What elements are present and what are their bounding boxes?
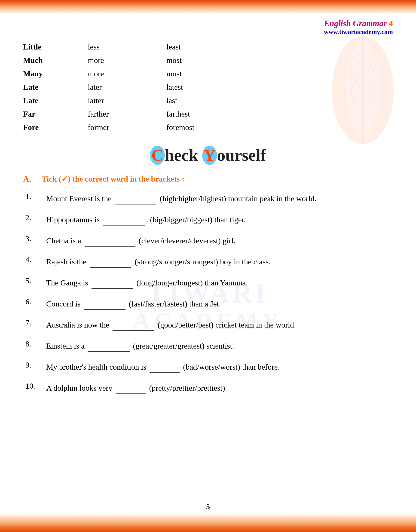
page-content: English Grammar 4 www.tiwariacademy.com …	[0, 14, 416, 513]
question-text: Hippopotamus is . (big/bigger/biggest) t…	[46, 213, 393, 225]
comparative-word: less	[88, 43, 166, 51]
table-row: Far farther farthest	[23, 107, 393, 121]
question-number: 5.	[23, 276, 46, 285]
header-title-text: English Grammar	[324, 19, 387, 28]
answer-blank	[115, 192, 156, 204]
page-number: 5	[206, 503, 210, 511]
question-number: 1.	[23, 192, 46, 201]
question-number: 2.	[23, 213, 46, 222]
superlative-word: foremost	[166, 123, 245, 132]
comparative-word: farther	[88, 110, 166, 118]
question-number: 6.	[23, 298, 46, 306]
answer-blank	[150, 361, 180, 373]
superlative-word: most	[166, 56, 245, 65]
question-text: Australia is now the (good/better/best) …	[46, 319, 393, 331]
base-word: Fore	[23, 123, 88, 132]
answer-blank	[85, 234, 135, 247]
questions-list: 1. Mount Everest is the (high/higher/hig…	[23, 192, 393, 394]
question-text: A dolphin looks very (pretty/prettier/pr…	[46, 382, 393, 394]
question-number: 10.	[23, 382, 46, 390]
table-row: Fore former foremost	[23, 121, 393, 134]
comparative-word: more	[88, 69, 166, 78]
section-a-heading: A. Tick (✓) the correct word in the brac…	[23, 174, 393, 184]
comparative-word: later	[88, 83, 166, 92]
question-item: 3. Chetna is a (clever/cleverer/cleveres…	[23, 234, 393, 247]
question-number: 7.	[23, 319, 46, 327]
grammar-table: Little less least Much more most Many mo…	[23, 40, 393, 134]
superlative-word: least	[166, 43, 245, 51]
question-number: 8.	[23, 339, 46, 348]
base-word: Much	[23, 56, 88, 65]
table-row: Much more most	[23, 54, 393, 67]
question-text: Rajesh is the (strong/stronger/strongest…	[46, 255, 393, 268]
answer-blank	[84, 298, 125, 310]
question-item: 1. Mount Everest is the (high/higher/hig…	[23, 192, 393, 204]
base-word: Late	[23, 83, 88, 92]
question-item: 8. Einstein is a (great/greater/greatest…	[23, 339, 393, 352]
question-text: Concord is (fast/faster/fastest) than a …	[46, 298, 393, 310]
question-item: 7. Australia is now the (good/better/bes…	[23, 319, 393, 331]
question-item: 6. Concord is (fast/faster/fastest) than…	[23, 298, 393, 310]
superlative-word: farthest	[166, 110, 245, 118]
comparative-word: more	[88, 56, 166, 65]
header-website: www.tiwariacademy.com	[23, 28, 393, 36]
question-number: 3.	[23, 234, 46, 243]
section-instruction: Tick (✓) the correct word in the bracket…	[42, 174, 184, 184]
answer-blank	[92, 276, 133, 289]
question-text: Einstein is a (great/greater/greatest) s…	[46, 339, 393, 352]
question-number: 9.	[23, 361, 46, 369]
table-row: Late later latest	[23, 80, 393, 94]
y-circle-letter: Y	[202, 146, 217, 165]
answer-blank	[113, 319, 154, 331]
answer-blank	[90, 255, 131, 268]
comparative-word: latter	[88, 96, 166, 105]
header-title: English Grammar 4	[23, 19, 393, 28]
base-word: Far	[23, 110, 88, 118]
question-item: 9. My brother's health condition is (bad…	[23, 361, 393, 373]
question-text: The Ganga is (long/longer/longest) than …	[46, 276, 393, 289]
page-header: English Grammar 4 www.tiwariacademy.com	[23, 19, 393, 36]
answer-blank	[88, 339, 130, 352]
superlative-word: most	[166, 69, 245, 78]
header-number: 4	[389, 19, 393, 28]
answer-blank	[116, 382, 146, 394]
superlative-word: last	[166, 96, 245, 105]
c-circle-letter: C	[150, 146, 165, 165]
base-word: Little	[23, 43, 88, 51]
top-gradient-bar	[0, 0, 416, 14]
question-text: My brother's health condition is (bad/wo…	[46, 361, 393, 373]
question-item: 5. The Ganga is (long/longer/longest) th…	[23, 276, 393, 289]
table-row: Late latter last	[23, 94, 393, 107]
superlative-word: latest	[166, 83, 245, 92]
comparative-word: former	[88, 123, 166, 132]
table-row: Little less least	[23, 40, 393, 54]
question-item: 4. Rajesh is the (strong/stronger/strong…	[23, 255, 393, 268]
bottom-gradient-bar	[0, 513, 416, 532]
answer-blank	[103, 213, 145, 225]
question-number: 4.	[23, 255, 46, 264]
base-word: Late	[23, 96, 88, 105]
question-text: Chetna is a (clever/cleverer/cleverest) …	[46, 234, 393, 247]
question-item: 2. Hippopotamus is . (big/bigger/biggest…	[23, 213, 393, 225]
base-word: Many	[23, 69, 88, 78]
question-item: 10. A dolphin looks very (pretty/prettie…	[23, 382, 393, 394]
table-row: Many more most	[23, 67, 393, 80]
question-text: Mount Everest is the (high/higher/highes…	[46, 192, 393, 204]
section-letter: A.	[23, 174, 35, 184]
check-yourself-heading: Check Yourself	[23, 146, 393, 165]
